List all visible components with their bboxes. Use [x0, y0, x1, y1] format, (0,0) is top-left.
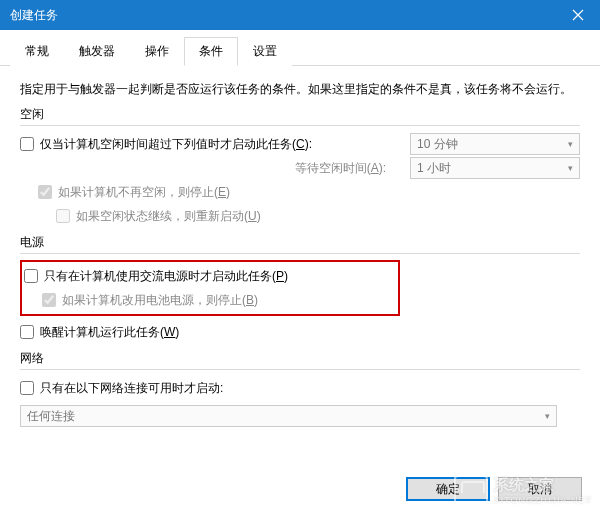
- close-button[interactable]: [555, 0, 600, 30]
- section-idle-label: 空闲: [20, 106, 580, 123]
- ok-button[interactable]: 确定: [406, 477, 490, 501]
- wake-checkbox-label[interactable]: 唤醒计算机运行此任务(W): [20, 324, 580, 341]
- stop-battery-checkbox[interactable]: [42, 293, 56, 307]
- titlebar: 创建任务: [0, 0, 600, 30]
- tab-general[interactable]: 常规: [10, 37, 64, 66]
- cancel-button[interactable]: 取消: [498, 477, 582, 501]
- close-icon: [572, 9, 584, 21]
- tab-triggers[interactable]: 触发器: [64, 37, 130, 66]
- chevron-down-icon: ▾: [568, 139, 573, 149]
- tab-conditions[interactable]: 条件: [184, 37, 238, 66]
- tab-strip: 常规 触发器 操作 条件 设置: [0, 30, 600, 66]
- highlight-annotation: 只有在计算机使用交流电源时才启动此任务(P) 如果计算机改用电池电源，则停止(B…: [20, 260, 400, 316]
- idle-start-checkbox-label[interactable]: 仅当计算机空闲时间超过下列值时才启动此任务(C):: [20, 136, 390, 153]
- network-only-checkbox[interactable]: [20, 381, 34, 395]
- idle-restart-checkbox-label[interactable]: 如果空闲状态继续，则重新启动(U): [56, 208, 580, 225]
- ac-only-checkbox-label[interactable]: 只有在计算机使用交流电源时才启动此任务(P): [24, 268, 396, 285]
- network-only-checkbox-label[interactable]: 只有在以下网络连接可用时才启动:: [20, 380, 580, 397]
- idle-wait-value: 1 小时: [417, 160, 451, 177]
- stop-battery-checkbox-label[interactable]: 如果计算机改用电池电源，则停止(B): [42, 292, 396, 309]
- idle-wait-label: 等待空闲时间(A):: [38, 160, 390, 177]
- dialog-buttons: 确定 取消: [406, 477, 582, 501]
- tab-settings[interactable]: 设置: [238, 37, 292, 66]
- ac-only-checkbox[interactable]: [24, 269, 38, 283]
- window-title: 创建任务: [10, 7, 555, 24]
- divider: [20, 369, 580, 370]
- section-power-label: 电源: [20, 234, 580, 251]
- network-select-value: 任何连接: [27, 408, 75, 425]
- idle-stop-checkbox[interactable]: [38, 185, 52, 199]
- content-pane: 指定用于与触发器一起判断是否应运行该任务的条件。如果这里指定的条件不是真，该任务…: [0, 66, 600, 438]
- chevron-down-icon: ▾: [568, 163, 573, 173]
- network-only-text: 只有在以下网络连接可用时才启动:: [40, 380, 223, 397]
- divider: [20, 253, 580, 254]
- tab-actions[interactable]: 操作: [130, 37, 184, 66]
- idle-stop-checkbox-label[interactable]: 如果计算机不再空闲，则停止(E): [38, 184, 580, 201]
- divider: [20, 125, 580, 126]
- section-network-label: 网络: [20, 350, 580, 367]
- chevron-down-icon: ▾: [545, 411, 550, 421]
- idle-duration-value: 10 分钟: [417, 136, 458, 153]
- idle-wait-select[interactable]: 1 小时 ▾: [410, 157, 580, 179]
- idle-restart-checkbox[interactable]: [56, 209, 70, 223]
- idle-duration-select[interactable]: 10 分钟 ▾: [410, 133, 580, 155]
- description: 指定用于与触发器一起判断是否应运行该任务的条件。如果这里指定的条件不是真，该任务…: [20, 80, 580, 98]
- idle-start-checkbox[interactable]: [20, 137, 34, 151]
- network-select[interactable]: 任何连接 ▾: [20, 405, 557, 427]
- wake-checkbox[interactable]: [20, 325, 34, 339]
